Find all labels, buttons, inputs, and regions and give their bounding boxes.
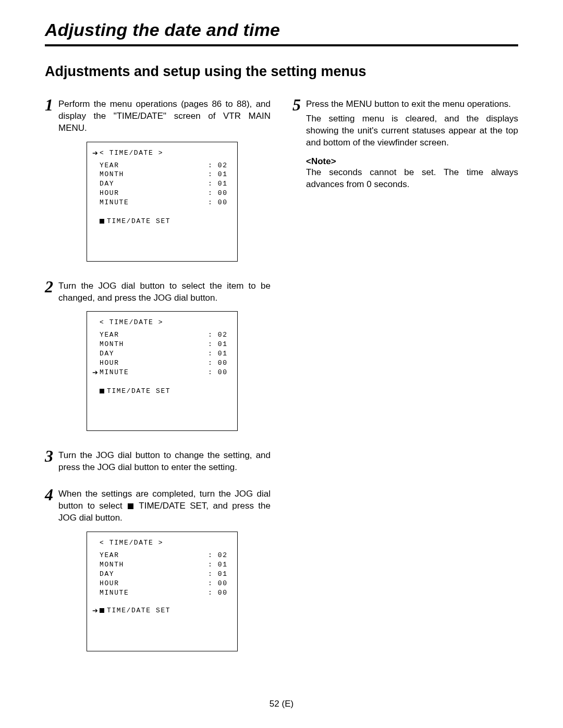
row-value: : 01 bbox=[208, 349, 229, 359]
row-label: YEAR bbox=[100, 551, 208, 560]
row-label: HOUR bbox=[100, 579, 208, 588]
row-value: : 01 bbox=[208, 179, 229, 189]
row-value: : 01 bbox=[208, 560, 229, 570]
step-5: 5 Press the MENU button to exit the menu… bbox=[292, 96, 518, 113]
two-column-layout: 1 Perform the menu operations (pages 86 … bbox=[45, 96, 518, 668]
screen-2: < TIME/DATE > YEAR: 02 MONTH: 01 DAY: 01… bbox=[87, 311, 238, 431]
screen-3-wrap: < TIME/DATE > YEAR: 02 MONTH: 01 DAY: 01… bbox=[87, 532, 271, 651]
step-2: 2 Turn the JOG dial button to select the… bbox=[45, 278, 271, 304]
step-number: 2 bbox=[45, 278, 58, 295]
row-value: : 00 bbox=[208, 579, 229, 588]
step-number: 5 bbox=[292, 96, 306, 113]
step-number: 3 bbox=[45, 448, 58, 464]
arrow-right-icon: ➔ bbox=[92, 606, 100, 615]
title-rule bbox=[45, 44, 518, 46]
row-value: : 00 bbox=[208, 189, 229, 198]
page-footer: 52 (E) bbox=[0, 699, 563, 709]
row-label: YEAR bbox=[100, 330, 208, 340]
row-label: MINUTE bbox=[100, 588, 208, 598]
step-4: 4 When the settings are completed, turn … bbox=[45, 486, 271, 524]
note-text: The seconds cannot be set. The time alwa… bbox=[306, 167, 518, 191]
row-value: : 00 bbox=[208, 198, 229, 207]
square-icon bbox=[100, 219, 104, 224]
row-value: : 00 bbox=[208, 588, 229, 598]
row-label: HOUR bbox=[100, 189, 208, 198]
page-title: Adjusting the date and time bbox=[45, 20, 518, 40]
section-subtitle: Adjustments and setup using the setting … bbox=[45, 63, 518, 81]
row-value: : 01 bbox=[208, 170, 229, 179]
row-value: : 01 bbox=[208, 570, 229, 579]
screen-1: ➔ < TIME/DATE > YEAR: 02 MONTH: 01 DAY: … bbox=[87, 142, 238, 262]
set-row: TIME/DATE SET bbox=[107, 217, 170, 225]
step-text: The setting menu is cleared, and the dis… bbox=[306, 113, 518, 149]
row-label: HOUR bbox=[100, 359, 208, 368]
row-value: : 01 bbox=[208, 340, 229, 349]
row-label: MINUTE bbox=[100, 198, 208, 207]
row-value: : 02 bbox=[208, 551, 229, 560]
row-value: : 02 bbox=[208, 330, 229, 340]
step-text: Turn the JOG dial button to select the i… bbox=[58, 278, 271, 304]
set-row: TIME/DATE SET bbox=[107, 387, 170, 395]
left-column: 1 Perform the menu operations (pages 86 … bbox=[45, 96, 271, 668]
square-icon bbox=[128, 503, 133, 509]
arrow-right-icon: ➔ bbox=[92, 368, 100, 377]
arrow-right-icon: ➔ bbox=[92, 149, 100, 158]
row-value: : 02 bbox=[208, 161, 229, 170]
row-label: MINUTE bbox=[100, 368, 208, 377]
screen-2-wrap: < TIME/DATE > YEAR: 02 MONTH: 01 DAY: 01… bbox=[87, 311, 271, 431]
step-5-sub: The setting menu is cleared, and the dis… bbox=[292, 113, 518, 149]
note-label: <Note> bbox=[306, 156, 518, 167]
step-text: Turn the JOG dial button to change the s… bbox=[58, 448, 271, 474]
row-label: MONTH bbox=[100, 170, 208, 179]
row-label: YEAR bbox=[100, 161, 208, 170]
row-label: DAY bbox=[100, 179, 208, 189]
step-number: 4 bbox=[45, 486, 58, 503]
square-icon bbox=[100, 389, 104, 393]
row-label: MONTH bbox=[100, 340, 208, 349]
screen-header: < TIME/DATE > bbox=[100, 149, 229, 158]
screen-3: < TIME/DATE > YEAR: 02 MONTH: 01 DAY: 01… bbox=[87, 532, 238, 651]
step-text: Perform the menu operations (pages 86 to… bbox=[58, 96, 271, 134]
square-icon bbox=[100, 608, 104, 613]
row-label: DAY bbox=[100, 570, 208, 579]
set-row: TIME/DATE SET bbox=[107, 607, 170, 614]
row-label: DAY bbox=[100, 349, 208, 359]
step-number: 1 bbox=[45, 96, 58, 113]
screen-header: < TIME/DATE > bbox=[100, 318, 229, 327]
row-value: : 00 bbox=[208, 368, 229, 377]
step-text: Press the MENU button to exit the menu o… bbox=[306, 96, 518, 110]
right-column: 5 Press the MENU button to exit the menu… bbox=[292, 96, 518, 668]
step-1: 1 Perform the menu operations (pages 86 … bbox=[45, 96, 271, 134]
screen-1-wrap: ➔ < TIME/DATE > YEAR: 02 MONTH: 01 DAY: … bbox=[87, 142, 271, 262]
row-label: MONTH bbox=[100, 560, 208, 570]
row-value: : 00 bbox=[208, 359, 229, 368]
screen-header: < TIME/DATE > bbox=[100, 538, 229, 548]
step-text: When the settings are completed, turn th… bbox=[58, 486, 271, 524]
step-3: 3 Turn the JOG dial button to change the… bbox=[45, 448, 271, 474]
